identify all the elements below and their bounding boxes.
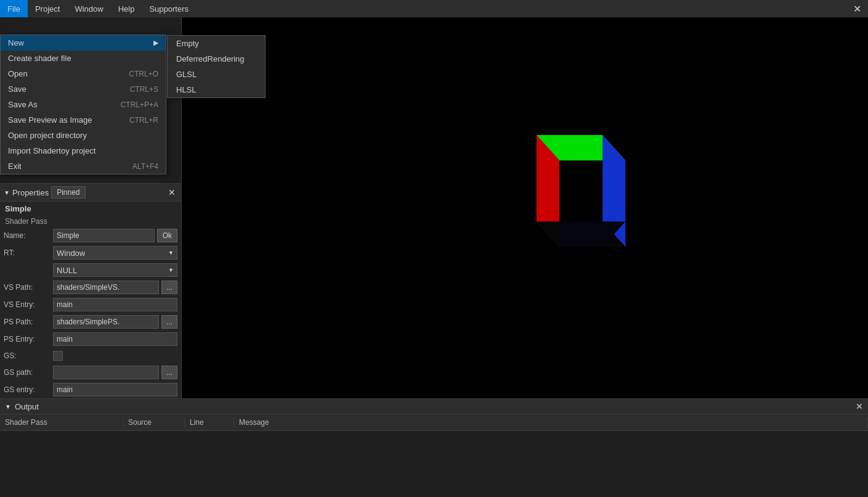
prop-value-rt: Window ▼ bbox=[53, 246, 177, 260]
output-content bbox=[0, 431, 868, 497]
prop-browse-ps-button[interactable]: ... bbox=[161, 315, 177, 329]
properties-collapse-icon[interactable]: ▼ bbox=[4, 189, 10, 196]
prop-dropdown-rt2[interactable]: NULL ▼ bbox=[53, 263, 177, 277]
menubar: File Project Window Help Supporters ✕ bbox=[0, 0, 868, 17]
properties-close-button[interactable]: ✕ bbox=[166, 187, 177, 198]
properties-header: ▼ Properties Pinned ✕ bbox=[0, 184, 181, 202]
prop-ok-button[interactable]: Ok bbox=[157, 229, 177, 242]
prop-browse-vs-button[interactable]: ... bbox=[161, 281, 177, 294]
cube-final bbox=[458, 94, 661, 298]
prop-browse-gs-button[interactable]: ... bbox=[161, 366, 177, 379]
prop-row-vs-path: VS Path: ... bbox=[0, 279, 181, 296]
prop-row-gs-entry: GS entry: bbox=[0, 381, 181, 398]
prop-checkbox-gs[interactable] bbox=[53, 351, 63, 361]
prop-label-gs: GS: bbox=[4, 351, 53, 360]
prop-input-gs-path[interactable] bbox=[53, 366, 159, 379]
prop-label-vs-path: VS Path: bbox=[4, 283, 53, 292]
prop-label-gs-path: GS path: bbox=[4, 368, 53, 377]
output-panel: ▼ Output ✕ Shader Pass Source Line Messa… bbox=[0, 398, 868, 497]
prop-label-name: Name: bbox=[4, 231, 53, 240]
menu-item-save[interactable]: Save CTRL+S bbox=[1, 81, 166, 97]
menu-window[interactable]: Window bbox=[67, 0, 110, 17]
submenu-empty[interactable]: Empty bbox=[168, 36, 265, 51]
submenu-glsl[interactable]: GLSL bbox=[168, 67, 265, 82]
prop-row-ps-entry: PS Entry: bbox=[0, 331, 181, 348]
prop-label-rt: RT: bbox=[4, 248, 53, 257]
prop-input-name[interactable] bbox=[53, 229, 155, 242]
output-collapse-icon[interactable]: ▼ bbox=[5, 403, 11, 410]
prop-value-gs bbox=[53, 351, 177, 361]
prop-row-gs: GS: bbox=[0, 348, 181, 364]
prop-value-vs-entry bbox=[53, 298, 177, 311]
prop-value-gs-entry bbox=[53, 383, 177, 396]
properties-section-title: Simple bbox=[0, 202, 181, 216]
output-header: ▼ Output ✕ bbox=[0, 399, 868, 414]
menu-item-create-shader[interactable]: Create shader file bbox=[1, 51, 166, 66]
output-table-header: Shader Pass Source Line Message bbox=[0, 414, 868, 431]
prop-row-vs-entry: VS Entry: bbox=[0, 296, 181, 313]
submenu-hlsl[interactable]: HLSL bbox=[168, 82, 265, 97]
dropdown-arrow2-icon: ▼ bbox=[168, 267, 174, 273]
prop-input-gs-entry[interactable] bbox=[53, 383, 177, 396]
output-col-shader-pass: Shader Pass bbox=[0, 417, 123, 428]
prop-label-ps-path: PS Path: bbox=[4, 318, 53, 326]
menu-supporters[interactable]: Supporters bbox=[142, 0, 196, 17]
menu-item-import-shadertoy[interactable]: Import Shadertoy project bbox=[1, 143, 166, 158]
new-submenu: Empty DeferredRendering GLSL HLSL bbox=[167, 35, 266, 98]
output-title: ▼ Output bbox=[5, 402, 39, 411]
prop-value-rt2: NULL ▼ bbox=[53, 263, 177, 277]
menu-file[interactable]: File bbox=[0, 0, 28, 17]
main-area: New ▶ Empty DeferredRendering GLSL HLSL … bbox=[0, 17, 868, 497]
prop-dropdown-rt[interactable]: Window ▼ bbox=[53, 246, 177, 260]
window-close-button[interactable]: ✕ bbox=[846, 0, 868, 17]
prop-label-ps-entry: PS Entry: bbox=[4, 335, 53, 343]
prop-row-ps-path: PS Path: ... bbox=[0, 313, 181, 331]
output-close-button[interactable]: ✕ bbox=[856, 401, 863, 411]
prop-label-gs-entry: GS entry: bbox=[4, 385, 53, 394]
menu-item-save-preview[interactable]: Save Preview as Image CTRL+R bbox=[1, 112, 166, 128]
prop-input-vs-path[interactable] bbox=[53, 281, 159, 294]
prop-row-name: Name: Ok bbox=[0, 227, 181, 244]
submenu-deferred[interactable]: DeferredRendering bbox=[168, 51, 265, 67]
prop-label-vs-entry: VS Entry: bbox=[4, 300, 53, 309]
prop-value-gs-path: ... bbox=[53, 366, 177, 379]
properties-title: Properties bbox=[12, 188, 49, 197]
menu-item-exit[interactable]: Exit ALT+F4 bbox=[1, 158, 166, 174]
submenu-arrow-icon: ▶ bbox=[153, 39, 158, 47]
prop-value-name: Ok bbox=[53, 229, 177, 242]
prop-input-ps-entry[interactable] bbox=[53, 332, 177, 346]
properties-subsection-title: Shader Pass bbox=[0, 216, 181, 227]
prop-row-rt2: NULL ▼ bbox=[0, 261, 181, 279]
menu-item-open-project-dir[interactable]: Open project directory bbox=[1, 128, 166, 143]
viewport[interactable] bbox=[182, 17, 868, 398]
prop-input-ps-path[interactable] bbox=[53, 315, 159, 329]
properties-pin-button[interactable]: Pinned bbox=[51, 186, 85, 199]
dropdown-arrow-icon: ▼ bbox=[168, 250, 174, 256]
prop-input-vs-entry[interactable] bbox=[53, 298, 177, 311]
prop-row-gs-path: GS path: ... bbox=[0, 364, 181, 381]
menu-project[interactable]: Project bbox=[28, 0, 67, 17]
menu-item-open[interactable]: Open CTRL+O bbox=[1, 66, 166, 81]
file-dropdown-menu: New ▶ Empty DeferredRendering GLSL HLSL … bbox=[0, 35, 166, 175]
menu-help[interactable]: Help bbox=[111, 0, 142, 17]
prop-value-vs-path: ... bbox=[53, 281, 177, 294]
output-col-source: Source bbox=[123, 417, 185, 428]
output-col-message: Message bbox=[234, 417, 868, 428]
prop-row-rt: RT: Window ▼ bbox=[0, 244, 181, 261]
output-col-line: Line bbox=[185, 417, 234, 428]
menu-item-new[interactable]: New ▶ Empty DeferredRendering GLSL HLSL bbox=[1, 35, 166, 51]
prop-value-ps-path: ... bbox=[53, 315, 177, 329]
menu-item-save-as[interactable]: Save As CTRL+P+A bbox=[1, 97, 166, 112]
prop-value-ps-entry bbox=[53, 332, 177, 346]
properties-panel: ▼ Properties Pinned ✕ Simple Shader Pass… bbox=[0, 183, 181, 398]
